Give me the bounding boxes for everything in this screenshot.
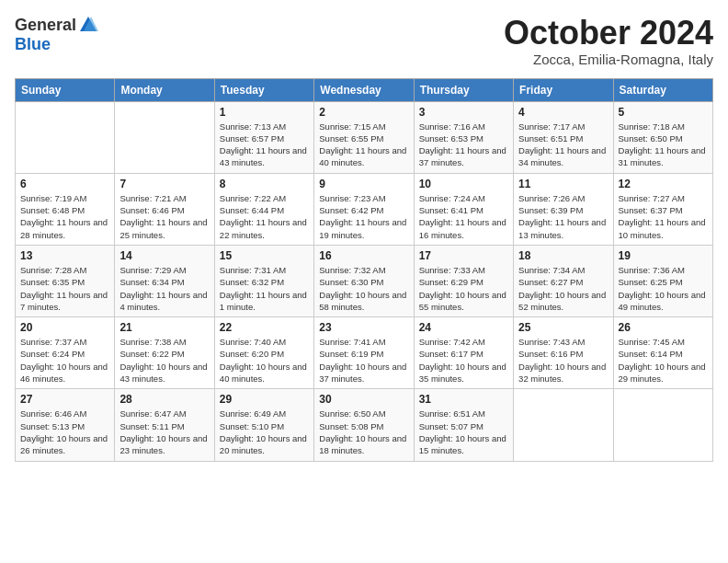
- calendar-cell: 15Sunrise: 7:31 AMSunset: 6:32 PMDayligh…: [214, 245, 313, 316]
- day-number: 17: [419, 249, 508, 262]
- col-header-friday: Friday: [514, 78, 613, 101]
- calendar-cell: 4Sunrise: 7:17 AMSunset: 6:51 PMDaylight…: [514, 101, 613, 173]
- calendar-cell: 21Sunrise: 7:38 AMSunset: 6:22 PMDayligh…: [115, 317, 214, 389]
- day-number: 4: [518, 106, 608, 119]
- day-number: 18: [518, 249, 608, 262]
- calendar-cell: 24Sunrise: 7:42 AMSunset: 6:17 PMDayligh…: [414, 317, 513, 389]
- day-info: Sunrise: 7:22 AMSunset: 6:44 PMDaylight:…: [220, 192, 309, 241]
- day-number: 16: [319, 249, 408, 262]
- day-number: 23: [319, 321, 408, 334]
- calendar-week-row: 27Sunrise: 6:46 AMSunset: 5:13 PMDayligh…: [16, 389, 713, 461]
- day-info: Sunrise: 7:42 AMSunset: 6:17 PMDaylight:…: [419, 336, 508, 385]
- day-info: Sunrise: 7:34 AMSunset: 6:27 PMDaylight:…: [518, 264, 608, 313]
- calendar-cell: 19Sunrise: 7:36 AMSunset: 6:25 PMDayligh…: [613, 245, 712, 316]
- day-number: 25: [518, 321, 608, 334]
- calendar-cell: [613, 389, 712, 461]
- calendar-cell: 7Sunrise: 7:21 AMSunset: 6:46 PMDaylight…: [115, 173, 214, 245]
- day-info: Sunrise: 7:43 AMSunset: 6:16 PMDaylight:…: [518, 336, 608, 385]
- calendar-cell: 11Sunrise: 7:26 AMSunset: 6:39 PMDayligh…: [514, 173, 613, 245]
- day-number: 24: [419, 321, 508, 334]
- day-info: Sunrise: 6:51 AMSunset: 5:07 PMDaylight:…: [419, 408, 508, 456]
- day-number: 20: [20, 321, 109, 334]
- calendar-cell: 9Sunrise: 7:23 AMSunset: 6:42 PMDaylight…: [314, 173, 414, 245]
- day-info: Sunrise: 7:40 AMSunset: 6:20 PMDaylight:…: [220, 336, 309, 385]
- day-number: 21: [119, 321, 209, 334]
- day-number: 28: [119, 393, 209, 406]
- day-number: 27: [20, 393, 109, 406]
- col-header-saturday: Saturday: [613, 78, 712, 101]
- col-header-sunday: Sunday: [16, 78, 115, 101]
- calendar-cell: 2Sunrise: 7:15 AMSunset: 6:55 PMDaylight…: [314, 101, 414, 173]
- day-info: Sunrise: 7:37 AMSunset: 6:24 PMDaylight:…: [20, 336, 109, 385]
- title-block: October 2024 Zocca, Emilia-Romagna, Ital…: [504, 15, 713, 67]
- logo: General Blue: [15, 15, 98, 54]
- day-number: 3: [419, 106, 508, 119]
- day-number: 8: [220, 178, 309, 190]
- calendar-cell: 1Sunrise: 7:13 AMSunset: 6:57 PMDaylight…: [214, 101, 313, 173]
- calendar-cell: 8Sunrise: 7:22 AMSunset: 6:44 PMDaylight…: [214, 173, 313, 245]
- day-info: Sunrise: 7:27 AMSunset: 6:37 PMDaylight:…: [619, 192, 708, 241]
- day-info: Sunrise: 7:17 AMSunset: 6:51 PMDaylight:…: [518, 121, 608, 169]
- logo-blue-text: Blue: [15, 35, 98, 54]
- day-info: Sunrise: 6:46 AMSunset: 5:13 PMDaylight:…: [20, 408, 109, 456]
- calendar-cell: 12Sunrise: 7:27 AMSunset: 6:37 PMDayligh…: [613, 173, 712, 245]
- day-info: Sunrise: 7:19 AMSunset: 6:48 PMDaylight:…: [20, 192, 109, 241]
- calendar-cell: 5Sunrise: 7:18 AMSunset: 6:50 PMDaylight…: [613, 101, 712, 173]
- calendar-week-row: 20Sunrise: 7:37 AMSunset: 6:24 PMDayligh…: [16, 317, 713, 389]
- day-number: 26: [619, 321, 708, 334]
- calendar-cell: 22Sunrise: 7:40 AMSunset: 6:20 PMDayligh…: [214, 317, 313, 389]
- col-header-monday: Monday: [115, 78, 214, 101]
- day-info: Sunrise: 7:21 AMSunset: 6:46 PMDaylight:…: [119, 192, 209, 241]
- day-number: 30: [319, 393, 408, 406]
- calendar-table: SundayMondayTuesdayWednesdayThursdayFrid…: [15, 78, 713, 462]
- day-number: 11: [518, 178, 608, 190]
- calendar-cell: 31Sunrise: 6:51 AMSunset: 5:07 PMDayligh…: [414, 389, 513, 461]
- col-header-thursday: Thursday: [414, 78, 513, 101]
- logo-general-text: General: [15, 16, 76, 35]
- day-number: 2: [319, 106, 408, 119]
- calendar-cell: 30Sunrise: 6:50 AMSunset: 5:08 PMDayligh…: [314, 389, 414, 461]
- day-number: 12: [619, 178, 708, 190]
- day-info: Sunrise: 7:29 AMSunset: 6:34 PMDaylight:…: [119, 264, 209, 313]
- calendar-cell: 10Sunrise: 7:24 AMSunset: 6:41 PMDayligh…: [414, 173, 513, 245]
- calendar-cell: 6Sunrise: 7:19 AMSunset: 6:48 PMDaylight…: [16, 173, 115, 245]
- calendar-cell: 13Sunrise: 7:28 AMSunset: 6:35 PMDayligh…: [16, 245, 115, 316]
- calendar-header-row: SundayMondayTuesdayWednesdayThursdayFrid…: [16, 78, 713, 101]
- col-header-tuesday: Tuesday: [214, 78, 313, 101]
- day-info: Sunrise: 7:31 AMSunset: 6:32 PMDaylight:…: [220, 264, 309, 313]
- calendar-cell: 3Sunrise: 7:16 AMSunset: 6:53 PMDaylight…: [414, 101, 513, 173]
- day-info: Sunrise: 7:18 AMSunset: 6:50 PMDaylight:…: [619, 121, 708, 169]
- day-info: Sunrise: 7:15 AMSunset: 6:55 PMDaylight:…: [319, 121, 408, 169]
- day-number: 9: [319, 178, 408, 190]
- day-info: Sunrise: 6:47 AMSunset: 5:11 PMDaylight:…: [119, 408, 209, 456]
- calendar-cell: 27Sunrise: 6:46 AMSunset: 5:13 PMDayligh…: [16, 389, 115, 461]
- calendar-cell: [514, 389, 613, 461]
- calendar-cell: 14Sunrise: 7:29 AMSunset: 6:34 PMDayligh…: [115, 245, 214, 316]
- day-number: 6: [20, 178, 109, 190]
- day-info: Sunrise: 7:23 AMSunset: 6:42 PMDaylight:…: [319, 192, 408, 241]
- day-number: 29: [220, 393, 309, 406]
- day-number: 19: [619, 249, 708, 262]
- day-info: Sunrise: 7:26 AMSunset: 6:39 PMDaylight:…: [518, 192, 608, 241]
- day-number: 14: [119, 249, 209, 262]
- day-info: Sunrise: 7:36 AMSunset: 6:25 PMDaylight:…: [619, 264, 708, 313]
- calendar-cell: 29Sunrise: 6:49 AMSunset: 5:10 PMDayligh…: [214, 389, 313, 461]
- day-info: Sunrise: 6:50 AMSunset: 5:08 PMDaylight:…: [319, 408, 408, 456]
- location-title: Zocca, Emilia-Romagna, Italy: [504, 52, 713, 67]
- day-info: Sunrise: 7:28 AMSunset: 6:35 PMDaylight:…: [20, 264, 109, 313]
- day-info: Sunrise: 7:38 AMSunset: 6:22 PMDaylight:…: [119, 336, 209, 385]
- day-info: Sunrise: 7:45 AMSunset: 6:14 PMDaylight:…: [619, 336, 708, 385]
- day-number: 22: [220, 321, 309, 334]
- calendar-cell: 18Sunrise: 7:34 AMSunset: 6:27 PMDayligh…: [514, 245, 613, 316]
- calendar-week-row: 1Sunrise: 7:13 AMSunset: 6:57 PMDaylight…: [16, 101, 713, 173]
- day-info: Sunrise: 7:41 AMSunset: 6:19 PMDaylight:…: [319, 336, 408, 385]
- day-info: Sunrise: 7:32 AMSunset: 6:30 PMDaylight:…: [319, 264, 408, 313]
- day-number: 10: [419, 178, 508, 190]
- day-number: 31: [419, 393, 508, 406]
- day-number: 7: [119, 178, 209, 190]
- day-info: Sunrise: 6:49 AMSunset: 5:10 PMDaylight:…: [220, 408, 309, 456]
- calendar-cell: [16, 101, 115, 173]
- calendar-cell: 26Sunrise: 7:45 AMSunset: 6:14 PMDayligh…: [613, 317, 712, 389]
- day-info: Sunrise: 7:24 AMSunset: 6:41 PMDaylight:…: [419, 192, 508, 241]
- day-number: 5: [619, 106, 708, 119]
